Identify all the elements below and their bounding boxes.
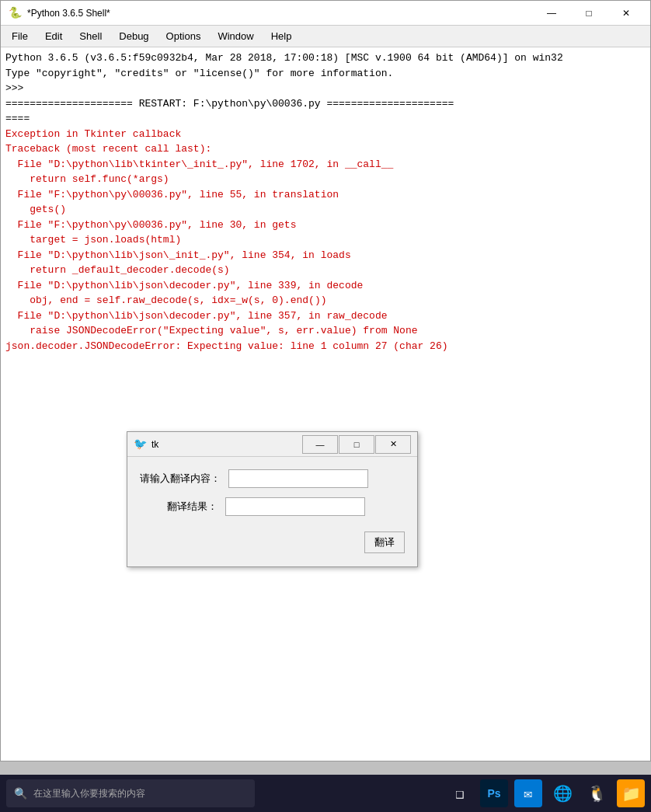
console-line: File "F:\python\py\00036.py", line 30, i… [5,218,646,233]
menu-edit[interactable]: Edit [37,27,70,45]
console-line: File "D:\python\lib\json\decoder.py", li… [5,278,646,294]
tk-input-field[interactable] [228,469,368,488]
console-line: Exception in Tkinter callback [5,127,646,142]
tk-close-button[interactable]: ✕ [375,435,411,454]
tk-dialog: 🐦 tk — □ ✕ 请输入翻译内容： 翻译结果： 翻译 [127,431,418,567]
tk-result-label: 翻译结果： [140,500,218,514]
menu-shell[interactable]: Shell [71,27,110,45]
console-line: Type "copyright", "credits" or "license(… [5,66,646,82]
menu-bar: File Edit Shell Debug Options Window Hel… [1,26,650,47]
taskbar-search-bar[interactable]: 🔍 在这里输入你要搜索的内容 [6,779,255,807]
console-line: target = json.loads(html) [5,232,646,248]
console-line: File "D:\python\lib\json\_init_.py", lin… [5,248,646,263]
folder-taskbar-icon[interactable]: 📁 [617,779,645,807]
minimize-button[interactable]: — [534,1,569,26]
taskbar: 🔍 在这里输入你要搜索的内容 ❑ Ps ✉ 🌐 🐧 📁 [0,775,651,812]
tk-minimize-button[interactable]: — [302,435,338,454]
menu-options[interactable]: Options [158,27,209,45]
edge-taskbar-icon[interactable]: 🌐 [548,779,576,807]
menu-file[interactable]: File [4,27,36,45]
console-output[interactable]: Python 3.6.5 (v3.6.5:f59c0932b4, Mar 28 … [1,47,650,761]
menu-help[interactable]: Help [263,27,300,45]
close-button[interactable]: ✕ [608,1,644,26]
tk-input-label: 请输入翻译内容： [140,472,221,486]
taskbar-search-text: 在这里输入你要搜索的内容 [33,787,145,800]
tk-result-row: 翻译结果： [140,497,405,516]
python-shell-window: 🐍 *Python 3.6.5 Shell* — □ ✕ File Edit S… [0,0,651,761]
console-line: File "D:\python\lib\tkinter\_init_.py", … [5,157,646,173]
tk-result-field[interactable] [225,497,365,516]
console-line: File "F:\python\py\00036.py", line 55, i… [5,187,646,203]
tk-title: tk [151,439,298,450]
search-icon: 🔍 [14,787,27,800]
tk-maximize-button[interactable]: □ [339,435,374,454]
tk-app-icon: 🐦 [134,437,147,451]
title-bar: 🐍 *Python 3.6.5 Shell* — □ ✕ [1,1,650,26]
penguin-taskbar-icon[interactable]: 🐧 [583,779,611,807]
tk-window-controls: — □ ✕ [302,435,411,454]
tk-title-bar: 🐦 tk — □ ✕ [127,432,417,457]
console-line: Traceback (most recent call last): [5,141,646,157]
photoshop-taskbar-icon[interactable]: Ps [480,779,508,807]
menu-debug[interactable]: Debug [111,27,156,45]
console-line: return _default_decoder.decode(s) [5,263,646,278]
console-line: ===================== RESTART: F:\python… [5,96,646,112]
taskbar-icons: ❑ Ps ✉ 🌐 🐧 📁 [446,779,645,807]
console-prompt: >>> [5,81,646,96]
task-view-icon[interactable]: ❑ [446,779,474,807]
window-controls: — □ ✕ [534,1,644,26]
console-line: return self.func(*args) [5,172,646,187]
tk-form: 请输入翻译内容： 翻译结果： [127,457,417,528]
menu-window[interactable]: Window [210,27,261,45]
console-line: File "D:\python\lib\json\decoder.py", li… [5,308,646,324]
console-line: Python 3.6.5 (v3.6.5:f59c0932b4, Mar 28 … [5,51,646,66]
mail-taskbar-icon[interactable]: ✉ [514,779,542,807]
console-line: raise JSONDecodeError("Expecting value",… [5,323,646,339]
tk-footer: 翻译 [127,528,417,556]
console-line: ==== [5,111,646,127]
tk-translate-button[interactable]: 翻译 [364,531,405,553]
window-title: *Python 3.6.5 Shell* [27,8,534,19]
console-line: obj, end = self.raw_decode(s, idx=_w(s, … [5,293,646,308]
console-line: gets() [5,202,646,218]
tk-input-row: 请输入翻译内容： [140,469,405,488]
maximize-button[interactable]: □ [571,1,607,26]
console-error-final: json.decoder.JSONDecodeError: Expecting … [5,339,646,354]
app-icon: 🐍 [7,5,23,21]
